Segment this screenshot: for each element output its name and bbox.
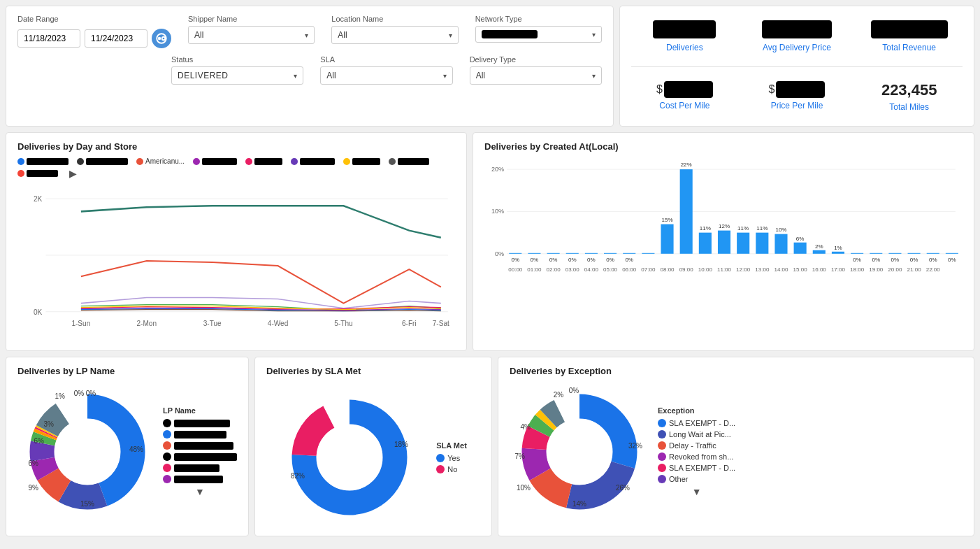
status-value: DELIVERED (178, 71, 229, 80)
metrics-grid: Deliveries Avg Delivery Price Total Reve… (631, 15, 963, 117)
date-range-group: Date Range (17, 15, 171, 48)
location-name-chevron: ▾ (449, 31, 452, 39)
status-group: Status DELIVERED ▾ (171, 55, 303, 85)
exception-scroll[interactable]: ▼ (658, 486, 735, 497)
delivery-type-select[interactable]: All ▾ (470, 66, 602, 85)
location-name-select[interactable]: All ▾ (331, 26, 458, 44)
legend-text-2 (86, 158, 128, 165)
sla-legend-yes: Yes (436, 454, 467, 462)
cost-per-mile-label[interactable]: Cost Per Mile (659, 101, 709, 110)
legend-item-4 (193, 158, 237, 165)
exc-legend-item-4: Revoked from sh... (658, 452, 735, 461)
lp-legend-dot-1 (163, 419, 171, 427)
total-revenue-label[interactable]: Total Revenue (882, 43, 936, 52)
shipper-name-label: Shipper Name (188, 15, 315, 23)
exc-dot-3 (658, 441, 666, 450)
sla-select[interactable]: All ▾ (320, 66, 452, 85)
legend-arrow[interactable]: ▶ (69, 168, 77, 179)
legend-dot-7 (343, 158, 350, 165)
svg-text:0%: 0% (86, 390, 96, 397)
metrics-card: Deliveries Avg Delivery Price Total Reve… (619, 6, 974, 127)
avg-delivery-price-label[interactable]: Avg Delivery Price (763, 43, 831, 52)
deliveries-label[interactable]: Deliveries (666, 43, 703, 52)
network-type-value (482, 30, 538, 38)
shipper-name-select[interactable]: All ▾ (188, 26, 315, 44)
lp-legend-dot-4 (163, 452, 171, 461)
svg-text:2%: 2% (815, 243, 823, 250)
svg-text:6%: 6% (796, 236, 805, 242)
calendar-icon[interactable] (152, 29, 171, 48)
svg-text:5-Thu: 5-Thu (334, 320, 352, 327)
deliveries-by-created-at-card: Deliveries by Created At(Local) 20% 10% … (473, 132, 974, 351)
svg-rect-32 (718, 231, 730, 254)
date-spacer (17, 55, 154, 85)
svg-rect-42 (908, 253, 921, 254)
legend-dot-6 (291, 158, 298, 165)
svg-text:11%: 11% (737, 225, 749, 231)
status-select[interactable]: DELIVERED ▾ (171, 66, 303, 85)
sla-legend-no: No (436, 465, 467, 473)
svg-text:12:00: 12:00 (736, 266, 751, 273)
legend-dot-2 (77, 158, 84, 165)
lp-legend-scroll[interactable]: ▼ (163, 486, 237, 497)
exc-text-2: Long Wait at Pic... (669, 430, 731, 439)
svg-text:00:00: 00:00 (508, 266, 523, 273)
network-type-select[interactable]: ▾ (475, 26, 602, 43)
svg-text:10%: 10% (775, 227, 786, 233)
svg-text:08:00: 08:00 (660, 266, 675, 273)
sla-chevron: ▾ (443, 72, 447, 80)
svg-text:03:00: 03:00 (565, 266, 580, 273)
svg-text:2%: 2% (554, 391, 564, 399)
date-range-label: Date Range (17, 15, 171, 23)
total-miles-label[interactable]: Total Miles (889, 102, 929, 112)
svg-text:0%: 0% (625, 257, 633, 263)
delivery-type-chevron: ▾ (592, 72, 596, 80)
svg-rect-26 (604, 253, 617, 254)
svg-rect-34 (756, 233, 768, 254)
filter-row-1: Date Range (17, 15, 602, 48)
svg-text:0%: 0% (569, 387, 579, 394)
legend-dot-3 (136, 158, 143, 165)
svg-rect-23 (547, 253, 560, 254)
status-label: Status (171, 55, 303, 64)
lp-legend-text-2 (174, 431, 226, 439)
legend-item-1 (17, 158, 69, 165)
legend-dot-8 (389, 158, 396, 165)
sla-pie-legend: Yes No (436, 454, 467, 473)
middle-charts-row: Deliveries by Day and Store Americanu... (6, 132, 974, 351)
legend-text-9 (27, 170, 58, 177)
sla-yes-label: Yes (447, 454, 460, 462)
svg-text:13:00: 13:00 (755, 266, 770, 273)
exc-text-3: Delay - Traffic (669, 441, 716, 450)
svg-rect-37 (813, 250, 826, 254)
legend-text-5 (254, 158, 282, 165)
svg-text:0%: 0% (531, 257, 539, 263)
exc-text-1: SLA EXEMPT - D... (669, 419, 735, 427)
svg-point-101 (55, 419, 120, 485)
svg-point-124 (547, 419, 612, 485)
svg-rect-43 (927, 253, 939, 254)
svg-text:2K: 2K (34, 195, 43, 203)
bottom-charts-row: Deliveries by LP Name (6, 357, 974, 536)
legend-item-9 (17, 170, 58, 177)
svg-rect-40 (870, 253, 882, 254)
svg-text:01:00: 01:00 (527, 266, 542, 273)
svg-rect-35 (774, 234, 787, 254)
svg-text:04:00: 04:00 (584, 266, 599, 273)
date-start-input[interactable] (17, 29, 80, 48)
svg-text:0%: 0% (606, 257, 614, 263)
date-end-input[interactable] (85, 29, 147, 48)
svg-rect-33 (737, 233, 749, 254)
lp-pie-legend (163, 419, 237, 483)
dashboard: Date Range (0, 0, 980, 549)
svg-text:7-Sat: 7-Sat (433, 320, 449, 327)
price-per-mile-label[interactable]: Price Per Mile (771, 101, 823, 110)
svg-text:07:00: 07:00 (641, 266, 656, 273)
legend-item-7 (343, 158, 380, 165)
legend-dot-9 (17, 170, 24, 177)
exception-pie-svg: 32% 26% 14% 10% 7% 4% 2% 0% (510, 382, 649, 522)
cost-per-mile-value (664, 81, 713, 98)
shipper-name-group: Shipper Name All ▾ (188, 15, 315, 48)
total-revenue-metric: Total Revenue (856, 15, 963, 58)
total-miles-metric: 223,455 Total Miles (856, 76, 963, 117)
